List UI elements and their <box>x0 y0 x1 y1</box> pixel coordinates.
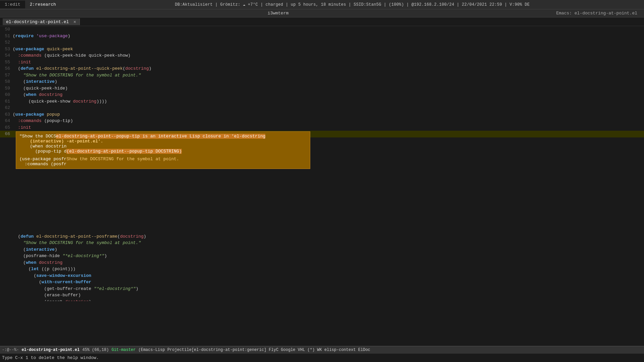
code-line-65: 65 :init <box>0 124 644 131</box>
status-position: 45% (66,18) <box>82 348 109 352</box>
tooltip-line3: (when docstrin (popup-tip d(el-docstring… <box>19 144 307 154</box>
status-file: el-docstring-at-point.el <box>21 348 79 352</box>
code-line-53: 53 (use-package quick-peek <box>0 46 644 53</box>
code-line-84: (erase-buffer) <box>0 292 644 299</box>
code-line-58: 58 (interactive) <box>0 78 644 85</box>
status-bar: -:@--%- el-docstring-at-point.el 45% (66… <box>0 346 644 353</box>
code-line-62: 62 <box>0 105 644 111</box>
mini-buffer-text: Type C-x 1 to delete the help window. <box>2 355 99 360</box>
help-tooltip: "Show the DOCSel-docstring-at-point--pop… <box>16 131 310 169</box>
code-line-59: 59 (quick-peek-hide) <box>0 85 644 92</box>
code-line-52: 52 <box>0 39 644 46</box>
code-line-80: (let ((p (point))) <box>0 266 644 273</box>
code-line-76: "Show the DOCSTRING for the symbol at po… <box>0 240 644 246</box>
status-mode: -:@--%- <box>2 348 19 352</box>
code-line-63: 63 (use-package popup <box>0 111 644 118</box>
code-line-55: 55 :init <box>0 59 644 66</box>
tooltip-line2: (interactive) -at-point.el'. <box>19 139 307 144</box>
tab-research[interactable]: 2:research <box>25 1 61 8</box>
code-line-77: (interactive) <box>0 246 644 253</box>
app-title: i3wmterm <box>268 11 288 16</box>
code-line-83: (get-buffer-create "*el-docstring*") <box>0 286 644 292</box>
code-line-82: (with-current-buffer <box>0 279 644 286</box>
code-editor: 50 51 (require 'use-package) 52 53 (use-… <box>0 26 644 301</box>
code-line-56: 56 (defun el-docstring-at-point--quick-p… <box>0 65 644 72</box>
code-line-50: 50 <box>0 26 644 33</box>
code-line-75: (defun el-docstring-at-point--posframe(d… <box>0 233 644 240</box>
close-tab-icon[interactable]: ✕ <box>73 19 76 24</box>
window-title: Emacs: el-docstring-at-point.el <box>556 11 637 16</box>
code-line-61: 61 (quick-peek-show docstring)))) <box>0 98 644 105</box>
code-line-81: (save-window-excursion <box>0 273 644 279</box>
code-line-85: (insert docstring) <box>0 299 644 301</box>
tooltip-line1: "Show the DOCSel-docstring-at-point--pop… <box>19 134 307 139</box>
tab-bar: 1:edit 2:research DB:Aktualisiert | Gröm… <box>0 0 644 9</box>
mini-buffer: Type C-x 1 to delete the help window. <box>0 353 644 362</box>
code-line-57: 57 "Show the DOCSTRING for the symbol at… <box>0 72 644 79</box>
tab-edit[interactable]: 1:edit <box>0 1 25 8</box>
code-line-60: 60 (when docstring <box>0 92 644 98</box>
file-tab[interactable]: el-docstring-at-point.el ✕ <box>3 18 80 25</box>
status-git: Git-master <box>111 348 136 352</box>
code-line-78: (posframe-hide "*el-docstring*") <box>0 253 644 259</box>
code-line-64: 64 :commands (popup-tip) <box>0 118 644 124</box>
code-line-51: 51 (require 'use-package) <box>0 33 644 40</box>
app-title-bar: i3wmterm Emacs: el-docstring-at-point.el <box>0 9 644 17</box>
status-modes: (Emacs-Lisp Projectile[el-docstring-at-p… <box>138 348 370 352</box>
code-line-54: 54 :commands (quick-peek-hide quick-peek… <box>0 52 644 59</box>
file-tab-bar: el-docstring-at-point.el ✕ <box>0 17 644 26</box>
system-status: DB:Aktualisiert | Grömitz: ☁ +7°C | char… <box>61 2 644 7</box>
tooltip-main: (use-package posfrShow the DOCSTRING for… <box>19 157 307 162</box>
code-line-79: (when docstring <box>0 259 644 266</box>
tooltip-line5: :commands (posfr <box>19 162 307 167</box>
